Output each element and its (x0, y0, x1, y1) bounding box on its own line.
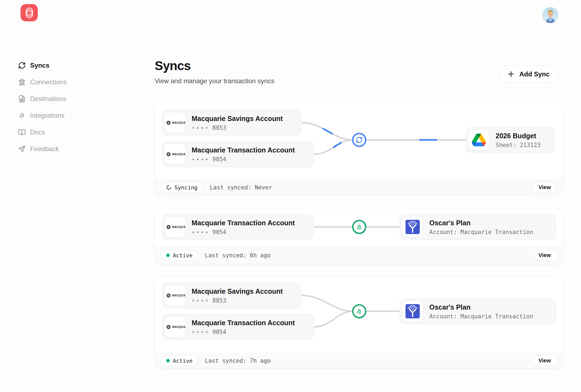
masked-digits: •••• (192, 298, 210, 304)
account-last4: 9054 (212, 329, 226, 335)
destination-node: 2026 Budget Sheet: 213123 (466, 127, 555, 153)
view-button[interactable]: View (533, 182, 557, 193)
sidebar-item-label: Connections (30, 78, 67, 86)
macquarie-logo: MACQUARIE (164, 316, 186, 338)
provider-label: MACQUARIE (172, 121, 186, 124)
account-name: Macquarie Transaction Account (192, 219, 295, 227)
lock-icon (356, 308, 362, 314)
account-last4: 9054 (212, 156, 226, 163)
book-icon (18, 128, 26, 136)
account-last4: 8853 (212, 297, 226, 304)
macquarie-mark-icon (166, 120, 171, 125)
google-drive-icon (472, 134, 486, 146)
sidebar-item-syncs[interactable]: Syncs (18, 57, 122, 74)
source-account-node: MACQUARIE Macquarie Savings Account ••••… (162, 283, 301, 308)
sync-card-footer: Active Last synced: 7h ago View (155, 353, 563, 368)
destination-name: 2026 Budget (496, 132, 540, 140)
status-label: Active (173, 252, 192, 259)
add-sync-label: Add Sync (519, 70, 550, 78)
destination-node: Oscar's Plan Account: Macquarie Transact… (399, 298, 556, 324)
secure-link-node (352, 304, 366, 318)
sidebar-item-feedback[interactable]: Feedback (18, 140, 122, 157)
sidebar-item-connections[interactable]: Connections (18, 74, 122, 90)
account-name: Macquarie Savings Account (192, 287, 283, 295)
active-dot-icon (166, 359, 170, 362)
macquarie-logo: MACQUARIE (164, 143, 186, 165)
sidebar-item-label: Integrations (30, 112, 64, 119)
source-account-node: MACQUARIE Macquarie Transaction Account … (162, 214, 314, 240)
provider-label: MACQUARIE (172, 226, 186, 229)
account-last4: 8853 (212, 125, 226, 131)
secure-link-node (352, 220, 366, 234)
sidebar-item-destinations[interactable]: Destinations (18, 90, 122, 107)
status-badge: Active (161, 250, 198, 261)
macquarie-mark-icon (166, 225, 171, 229)
masked-digits: •••• (192, 156, 210, 162)
macquarie-logo: MACQUARIE (164, 216, 186, 238)
provider-label: MACQUARIE (172, 325, 186, 328)
view-button[interactable]: View (533, 250, 557, 261)
add-sync-button[interactable]: Add Sync (499, 66, 557, 82)
sidebar-item-label: Feedback (30, 145, 59, 153)
account-name: Macquarie Savings Account (192, 114, 283, 123)
account-name: Macquarie Transaction Account (192, 146, 295, 154)
status-badge: Syncing (161, 182, 203, 193)
sidebar: Syncs Connections Destinations Integrati… (18, 57, 122, 157)
lock-icon (356, 224, 362, 230)
ynab-icon (405, 220, 420, 234)
macquarie-mark-icon (166, 152, 171, 157)
destination-detail: Sheet: 213123 (496, 142, 540, 148)
sidebar-item-label: Syncs (30, 62, 50, 69)
app-logo[interactable] (21, 4, 38, 21)
sidebar-item-label: Destinations (30, 95, 66, 103)
ynab-logo (402, 216, 423, 238)
last-synced-text: Last synced: Never (210, 184, 272, 191)
destination-node: Oscar's Plan Account: Macquarie Transact… (399, 214, 556, 240)
last-synced-text: Last synced: 7h ago (205, 358, 271, 364)
sidebar-item-integrations[interactable]: Integrations (18, 107, 122, 124)
sync-card-list: MACQUARIE Macquarie Savings Account ••••… (155, 103, 563, 368)
sidebar-item-docs[interactable]: Docs (18, 124, 122, 140)
destination-detail: Account: Macquarie Transaction (429, 313, 533, 320)
destination-name: Oscar's Plan (429, 219, 533, 227)
sync-card: MACQUARIE Macquarie Savings Account ••••… (155, 103, 563, 195)
masked-digits: •••• (192, 125, 210, 131)
provider-label: MACQUARIE (172, 294, 186, 297)
sidebar-item-label: Docs (30, 128, 45, 136)
masked-digits: •••• (192, 329, 210, 335)
last-synced-text: Last synced: 6h ago (205, 252, 271, 259)
masked-digits: •••• (192, 229, 210, 235)
macquarie-mark-icon (166, 293, 171, 298)
source-account-node: MACQUARIE Macquarie Savings Account ••••… (162, 110, 301, 136)
account-last4: 9054 (212, 229, 226, 235)
sync-card: MACQUARIE Macquarie Savings Account ••••… (155, 277, 563, 368)
source-account-node: MACQUARIE Macquarie Transaction Account … (162, 141, 314, 167)
status-badge: Active (161, 356, 198, 366)
sync-icon (18, 62, 26, 69)
macquarie-logo: MACQUARIE (164, 285, 186, 306)
ynab-logo (402, 301, 423, 322)
spinner-icon (166, 185, 171, 190)
user-avatar[interactable] (542, 7, 558, 23)
plug-icon (18, 112, 26, 119)
destination-detail: Account: Macquarie Transaction (429, 229, 533, 235)
sync-status-node (352, 133, 366, 147)
sync-card-footer: Syncing Last synced: Never View (155, 180, 563, 195)
view-button[interactable]: View (533, 356, 557, 366)
spreadsheet-doc-icon (18, 95, 26, 103)
main-content: Syncs View and manage your transaction s… (155, 58, 563, 368)
source-account-node: MACQUARIE Macquarie Transaction Account … (162, 314, 314, 340)
status-label: Syncing (174, 184, 197, 191)
sync-card: MACQUARIE Macquarie Transaction Account … (155, 208, 563, 264)
google-drive-logo (468, 129, 490, 151)
plus-icon (507, 70, 515, 78)
sync-card-footer: Active Last synced: 6h ago View (155, 246, 563, 264)
provider-label: MACQUARIE (172, 153, 186, 156)
macquarie-mark-icon (166, 325, 171, 329)
destination-name: Oscar's Plan (429, 303, 533, 311)
sync-icon (356, 136, 363, 143)
bank-icon (18, 78, 26, 86)
paper-plane-icon (18, 145, 26, 153)
ynab-icon (405, 304, 420, 318)
account-name: Macquarie Transaction Account (192, 319, 295, 327)
